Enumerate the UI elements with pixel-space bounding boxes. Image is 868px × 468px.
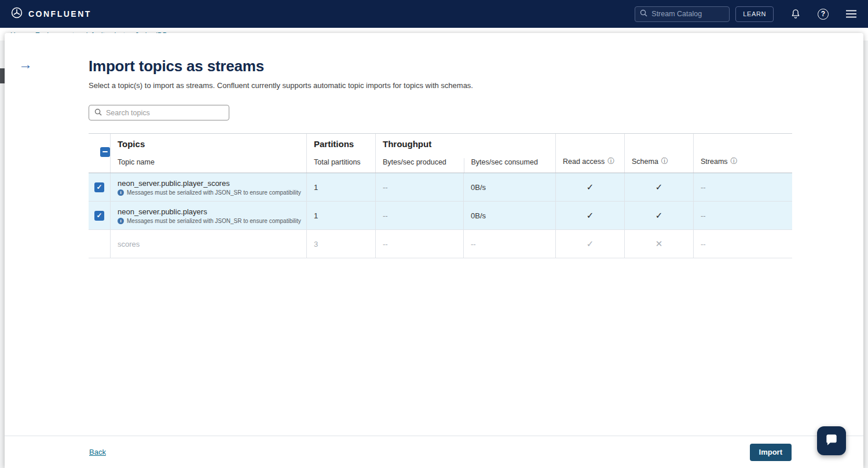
partitions-cell: 3 [306,230,375,258]
row-checkbox-cell [89,230,110,258]
serialization-note: i Messages must be serialized with JSON_… [118,189,301,196]
topics-table: Topics Topic name Partitions Total parti… [89,133,792,258]
row-checkbox[interactable]: ✓ [94,211,104,221]
produced-cell: -- [375,173,463,201]
schema-column-label: Schema [632,158,658,166]
learn-button[interactable]: LEARN [735,6,774,22]
topics-header-cell: Topics Topic name [110,134,306,173]
table-row: scores 3 -- -- ✓ ✕ -- [89,230,792,258]
confluent-logo-icon [10,6,23,21]
consumed-cell: -- [463,230,555,258]
read-access-header-cell: Read access ⓘ [555,134,624,173]
info-icon: ⓘ [607,156,614,166]
schema-header-cell: Schema ⓘ [624,134,693,173]
read-access-column-label: Read access [563,158,605,166]
page-title: Import topics as streams [89,57,863,75]
chat-bubble-icon [824,433,839,449]
menu-hamburger-icon[interactable] [845,9,858,19]
throughput-header-cell: Throughput Bytes/sec produced Bytes/sec … [375,134,555,173]
info-icon: ⓘ [731,156,738,166]
throughput-group-label: Throughput [376,134,555,149]
info-icon: i [118,189,124,196]
indeterminate-mark [102,151,108,152]
confluent-brand[interactable]: CONFLUENT [10,6,91,21]
table-row[interactable]: ✓ neon_server.public.player_scores i Mes… [89,173,792,202]
row-checkbox-cell: ✓ [89,173,110,201]
consumed-column-label: Bytes/sec consumed [464,158,555,173]
streams-cell: -- [693,202,792,229]
chat-widget-button[interactable] [817,426,846,455]
panel-body: → Import topics as streams Select a topi… [5,33,863,436]
import-button[interactable]: Import [750,444,792,461]
read-access-cell: ✓ [555,202,624,229]
select-all-cell [89,134,110,173]
produced-cell: -- [375,230,463,258]
collapse-panel-arrow-icon[interactable]: → [19,57,32,71]
brand-name: CONFLUENT [28,9,91,19]
schema-cell: ✕ [624,230,693,258]
read-access-cell: ✓ [555,173,624,201]
streams-header-cell: Streams ⓘ [693,134,792,173]
topic-name-cell: scores [110,230,306,258]
produced-cell: -- [375,202,463,229]
topic-name-cell: neon_server.public.players i Messages mu… [110,202,306,229]
streams-cell: -- [693,230,792,258]
topics-group-label: Topics [118,139,306,149]
page-subtitle: Select a topic(s) to import as streams. … [89,81,863,90]
info-icon: ⓘ [661,156,668,166]
streams-cell: -- [693,173,792,201]
partitions-cell: 1 [306,202,375,229]
topic-search-box[interactable] [89,105,229,120]
select-all-checkbox[interactable] [100,147,110,157]
topic-name-cell: neon_server.public.player_scores i Messa… [110,173,306,201]
table-row[interactable]: ✓ neon_server.public.players i Messages … [89,202,792,230]
stream-catalog-search-input[interactable] [651,10,715,18]
partitions-header-cell: Partitions Total partitions [306,134,375,173]
row-checkbox[interactable]: ✓ [94,182,104,192]
notifications-bell-icon[interactable] [790,8,801,20]
streams-column-label: Streams [701,158,728,166]
consumed-cell: 0B/s [463,202,555,229]
throughput-subcolumns: Bytes/sec produced Bytes/sec consumed [376,158,555,173]
panel-footer: Back Import [5,436,863,468]
consumed-cell: 0B/s [463,173,555,201]
row-checkbox-cell: ✓ [89,202,110,229]
schema-cell: ✓ [624,173,693,201]
top-navigation-bar: CONFLUENT LEARN ? [0,0,868,28]
info-icon: i [118,218,124,224]
search-icon [94,108,102,118]
read-access-cell: ✓ [555,230,624,258]
stream-catalog-search[interactable] [635,6,730,22]
check-icon: ✓ [96,184,102,191]
topic-search-input[interactable] [106,109,216,117]
help-icon[interactable]: ? [818,9,829,20]
schema-cell: ✓ [624,202,693,229]
table-header: Topics Topic name Partitions Total parti… [89,134,792,173]
check-icon: ✓ [96,212,102,219]
panel-content: Import topics as streams Select a topic(… [5,33,863,258]
serialization-note: i Messages must be serialized with JSON_… [118,218,301,224]
total-partitions-column-label: Total partitions [314,158,375,166]
topic-name-column-label: Topic name [118,158,306,166]
back-link[interactable]: Back [89,448,106,456]
import-topics-panel: → Import topics as streams Select a topi… [5,33,863,468]
partitions-group-label: Partitions [314,139,375,149]
partitions-cell: 1 [306,173,375,201]
search-icon [640,9,647,19]
produced-column-label: Bytes/sec produced [376,158,464,173]
